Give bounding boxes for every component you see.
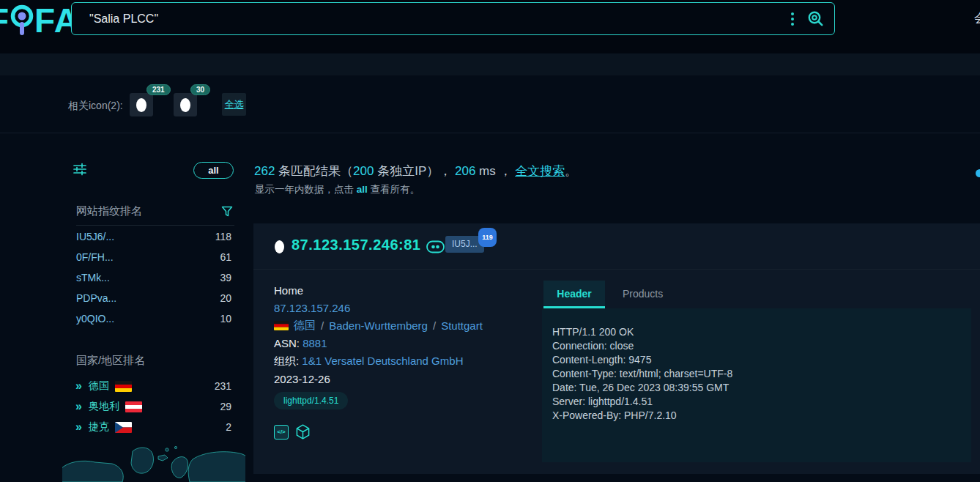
- country-link[interactable]: 捷克: [89, 420, 109, 434]
- summary-text: 条独立IP），: [374, 164, 455, 178]
- country-link[interactable]: 德国: [89, 379, 109, 393]
- search-bar: [71, 2, 835, 35]
- fingerprint-badge-label: IU5J...: [452, 239, 478, 249]
- http-header-panel: HTTP/1.1 200 OK Connection: close Conten…: [542, 308, 971, 462]
- http-header-line: Date: Tue, 26 Dec 2023 08:39:55 GMT: [552, 381, 971, 395]
- country-row: 捷克 2: [75, 420, 231, 434]
- link-chain-icon[interactable]: [426, 240, 445, 253]
- cube-asset-icon[interactable]: [295, 424, 311, 440]
- tab-products[interactable]: Products: [615, 281, 670, 306]
- http-header-line: HTTP/1.1 200 OK: [552, 325, 971, 339]
- flag-germany-icon: [274, 321, 289, 330]
- http-header-line: X-Powered-By: PHP/7.2.10: [552, 409, 971, 423]
- hint-text: 显示一年内数据，点击: [255, 184, 357, 195]
- org-link[interactable]: 1&1 Versatel Deutschland GmbH: [302, 355, 463, 367]
- search-icon[interactable]: [807, 10, 824, 27]
- query-time: 206: [455, 164, 475, 178]
- favicon-thumbnail-icon: [180, 98, 190, 112]
- member-menu-partial[interactable]: 会: [974, 10, 980, 26]
- http-header-line: Content-Length: 9475: [552, 353, 971, 367]
- toolbar-strip: [0, 53, 980, 75]
- fingerprint-row: y0QIO... 10: [76, 312, 231, 327]
- all-filter-button[interactable]: all: [193, 162, 234, 179]
- related-icon-tile-1[interactable]: 231: [130, 93, 153, 116]
- flag-czech-icon: [115, 422, 132, 433]
- fingerprint-ranking-title: 网站指纹排名: [76, 204, 142, 218]
- fingerprint-count: 10: [220, 313, 231, 325]
- related-icons-section: 相关icon(2): 231 30 全选: [0, 75, 980, 133]
- top-header: F FA 会: [0, 0, 980, 53]
- ip-link[interactable]: 87.123.157.246: [274, 302, 350, 314]
- fingerprint-badge-count: 119: [478, 228, 497, 247]
- expand-chevrons-icon[interactable]: [75, 401, 83, 412]
- funnel-filter-icon[interactable]: [221, 206, 233, 218]
- match-count: 262: [254, 164, 275, 178]
- city-geo-link[interactable]: Stuttgart: [441, 319, 483, 332]
- search-input[interactable]: [72, 3, 789, 34]
- geo-row: 德国 / Baden-Wurttemberg / Stuttgart: [274, 319, 483, 333]
- hint-text: 查看所有。: [368, 184, 420, 195]
- fingerprint-row: 0F/FH... 61: [76, 251, 231, 265]
- org-row: 组织: 1&1 Versatel Deutschland GmbH: [274, 355, 463, 368]
- logo-pin-icon: [9, 1, 35, 40]
- filter-sliders-icon[interactable]: [73, 163, 86, 176]
- http-header-line: Server: lighttpd/1.4.51: [552, 395, 971, 409]
- related-icons-label: 相关icon(2):: [68, 100, 123, 113]
- source-code-icon[interactable]: [274, 425, 289, 440]
- favicon-thumbnail-icon: [136, 98, 146, 112]
- fingerprint-item-link[interactable]: PDPva...: [76, 292, 116, 304]
- fingerprint-count: 118: [215, 231, 231, 242]
- fingerprint-item-link[interactable]: sTMk...: [76, 272, 110, 283]
- asn-label: ASN:: [274, 337, 302, 349]
- country-row: 奥地利 29: [75, 399, 231, 414]
- fingerprint-item-link[interactable]: y0QIO...: [76, 313, 114, 325]
- fingerprint-row: sTMk... 39: [76, 271, 231, 286]
- result-card-header: 87.123.157.246:81 IU5J... 119: [253, 223, 980, 270]
- world-map: [62, 437, 245, 482]
- org-label: 组织:: [274, 355, 302, 367]
- fingerprint-item-link[interactable]: 0F/FH...: [76, 251, 114, 263]
- flag-austria-icon: [125, 401, 142, 412]
- fingerprint-badge[interactable]: IU5J... 119: [445, 236, 484, 253]
- summary-text: ms ，: [475, 164, 515, 178]
- geo-separator: /: [321, 319, 324, 332]
- related-icon-tile-2[interactable]: 30: [174, 93, 197, 116]
- tab-header[interactable]: Header: [543, 281, 605, 308]
- server-tag[interactable]: lighttpd/1.4.51: [274, 392, 348, 409]
- result-action-icons: [274, 424, 311, 440]
- all-link[interactable]: all: [357, 184, 368, 195]
- country-count: 2: [226, 421, 231, 433]
- country-link[interactable]: 奥地利: [89, 400, 119, 413]
- fingerprint-count: 20: [220, 292, 231, 304]
- kebab-menu-icon[interactable]: [789, 10, 796, 29]
- asn-row: ASN: 8881: [274, 337, 327, 349]
- asn-link[interactable]: 8881: [302, 337, 327, 349]
- country-count: 231: [215, 380, 231, 392]
- fingerprint-count: 61: [220, 251, 231, 263]
- country-geo-link[interactable]: 德国: [294, 319, 316, 333]
- flag-germany-icon: [115, 381, 132, 392]
- select-all-button[interactable]: 全选: [222, 93, 246, 116]
- site-title: Home: [274, 284, 303, 297]
- fofa-logo[interactable]: F FA: [0, 1, 79, 40]
- section-divider: [0, 133, 980, 133]
- geo-separator: /: [433, 319, 436, 332]
- region-geo-link[interactable]: Baden-Wurttemberg: [329, 319, 428, 332]
- floating-action-button-partial[interactable]: [976, 169, 980, 177]
- result-ip-port-link[interactable]: 87.123.157.246:81: [292, 237, 420, 253]
- scan-date: 2023-12-26: [274, 373, 330, 385]
- fofa-search-results-page: F FA 会 相关icon(2): 231: [0, 0, 980, 482]
- fulltext-search-link[interactable]: 全文搜索: [515, 164, 565, 178]
- independent-ip-count: 200: [353, 164, 374, 178]
- site-favicon: [275, 240, 284, 253]
- expand-chevrons-icon[interactable]: [75, 381, 83, 391]
- country-count: 29: [220, 401, 231, 412]
- http-header-line: Content-Type: text/html; charset=UTF-8: [552, 367, 971, 381]
- fingerprint-row: IU5J6/... 118: [76, 230, 231, 245]
- icon-count-badge: 30: [190, 84, 210, 95]
- fingerprint-item-link[interactable]: IU5J6/...: [76, 231, 114, 242]
- country-ranking-title: 国家/地区排名: [76, 354, 145, 368]
- summary-text: 。: [565, 164, 577, 178]
- result-card: 87.123.157.246:81 IU5J... 119 Home 87.12…: [253, 223, 980, 474]
- expand-chevrons-icon[interactable]: [75, 422, 83, 432]
